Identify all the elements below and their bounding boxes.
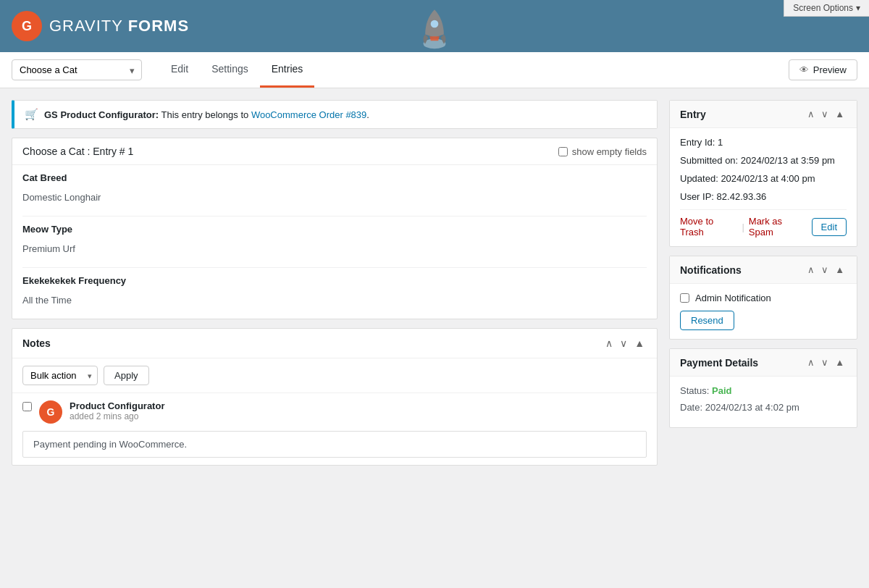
entry-sidebar-title: Entry bbox=[680, 109, 706, 120]
logo-forms: FORMS bbox=[128, 17, 189, 35]
entry-toggle-btn[interactable]: ▲ bbox=[833, 108, 847, 120]
notes-controls: ∧ ∨ ▲ bbox=[603, 336, 647, 350]
payment-title: Payment Details bbox=[680, 357, 758, 369]
main-content: 🛒 GS Product Configurator: This entry be… bbox=[0, 88, 869, 477]
logo-icon: G bbox=[12, 11, 42, 41]
show-empty-checkbox[interactable] bbox=[558, 147, 568, 156]
notice-bar: 🛒 GS Product Configurator: This entry be… bbox=[12, 100, 658, 129]
eye-icon: 👁 bbox=[799, 64, 809, 75]
notif-collapse-up-btn[interactable]: ∧ bbox=[805, 264, 817, 276]
form-selector-wrapper: Choose a Cat ▾ bbox=[12, 59, 142, 80]
bulk-action-select[interactable]: Bulk action bbox=[22, 366, 98, 385]
notifications-sidebar-panel: Notifications ∧ ∨ ▲ Admin Notification R… bbox=[669, 256, 857, 340]
entry-actions-row: Move to Trash | Mark as Spam Edit bbox=[680, 209, 847, 238]
rocket-decoration bbox=[413, 7, 456, 52]
logo-letter: G bbox=[22, 19, 32, 34]
notifications-title: Notifications bbox=[680, 264, 742, 276]
rocket-icon bbox=[413, 7, 456, 50]
notice-text: GS Product Configurator: This entry belo… bbox=[44, 109, 369, 120]
nav-entries[interactable]: Entries bbox=[260, 52, 315, 88]
cart-icon: 🛒 bbox=[25, 108, 38, 121]
notes-title: Notes bbox=[22, 337, 51, 349]
entry-id-row: Entry Id: 1 bbox=[680, 137, 847, 148]
bulk-action-row: Bulk action ▾ Apply bbox=[12, 358, 657, 392]
entry-sidebar-header: Entry ∧ ∨ ▲ bbox=[670, 101, 857, 128]
preview-button[interactable]: 👁 Preview bbox=[789, 59, 857, 80]
updated-row: Updated: 2024/02/13 at 4:00 pm bbox=[680, 173, 847, 184]
note-content: Product Configurator added 2 mins ago bbox=[70, 400, 647, 421]
left-column: 🛒 GS Product Configurator: This entry be… bbox=[12, 100, 658, 466]
field-meow-type: Meow Type Premium Urf bbox=[12, 217, 657, 267]
notes-collapse-up-btn[interactable]: ∧ bbox=[603, 336, 615, 350]
note-avatar: G bbox=[39, 400, 62, 424]
notif-toggle-btn[interactable]: ▲ bbox=[833, 264, 847, 276]
notif-collapse-down-btn[interactable]: ∨ bbox=[819, 264, 831, 276]
notes-panel: Notes ∧ ∨ ▲ Bulk action ▾ Apply bbox=[12, 328, 658, 466]
logo-text: GRAVITY FORMS bbox=[49, 17, 189, 35]
entry-sidebar-body: Entry Id: 1 Submitted on: 2024/02/13 at … bbox=[670, 128, 857, 246]
edit-entry-button[interactable]: Edit bbox=[812, 218, 847, 236]
resend-button[interactable]: Resend bbox=[680, 311, 734, 330]
admin-notification-checkbox[interactable] bbox=[680, 293, 689, 303]
field-value-meow-type: Premium Urf bbox=[22, 238, 647, 260]
payment-collapse-down-btn[interactable]: ∨ bbox=[819, 356, 831, 369]
logo-gravity: GRAVITY bbox=[49, 17, 123, 35]
note-checkbox[interactable] bbox=[22, 402, 32, 411]
header: G GRAVITY FORMS Screen Options ▾ bbox=[0, 0, 869, 52]
entry-form-title: Choose a Cat : Entry # 1 bbox=[22, 146, 133, 157]
nav-edit[interactable]: Edit bbox=[159, 52, 200, 88]
screen-options-button[interactable]: Screen Options ▾ bbox=[784, 0, 869, 17]
admin-notification-label: Admin Notification bbox=[695, 293, 771, 303]
field-value-frequency: All the Time bbox=[22, 289, 647, 311]
right-column: Entry ∧ ∨ ▲ Entry Id: 1 Submitted on: 20… bbox=[669, 100, 857, 466]
payment-body: Status: Paid Date: 2024/02/13 at 4:02 pm bbox=[670, 377, 857, 427]
entry-sidebar-panel: Entry ∧ ∨ ▲ Entry Id: 1 Submitted on: 20… bbox=[669, 100, 857, 247]
bulk-action-wrapper: Bulk action ▾ bbox=[22, 366, 98, 385]
svg-point-1 bbox=[430, 20, 439, 28]
field-frequency: Ekekekekek Frequency All the Time bbox=[12, 268, 657, 319]
apply-button[interactable]: Apply bbox=[104, 366, 149, 385]
field-cat-breed: Cat Breed Domestic Longhair bbox=[12, 165, 657, 216]
field-label-cat-breed: Cat Breed bbox=[22, 172, 647, 183]
note-avatar-icon: G bbox=[47, 406, 55, 418]
navbar: Choose a Cat ▾ Edit Settings Entries 👁 P… bbox=[0, 52, 869, 88]
show-empty-label: show empty fields bbox=[572, 146, 647, 157]
entry-collapse-up-btn[interactable]: ∧ bbox=[805, 108, 817, 120]
chevron-down-icon: ▾ bbox=[856, 3, 860, 13]
submitted-row: Submitted on: 2024/02/13 at 3:59 pm bbox=[680, 155, 847, 166]
notifications-header: Notifications ∧ ∨ ▲ bbox=[670, 256, 857, 284]
field-label-frequency: Ekekekekek Frequency bbox=[22, 275, 647, 286]
note-item: G Product Configurator added 2 mins ago bbox=[12, 392, 657, 431]
move-to-trash-link[interactable]: Move to Trash bbox=[680, 216, 737, 238]
notes-collapse-down-btn[interactable]: ∨ bbox=[618, 336, 629, 350]
entry-collapse-down-btn[interactable]: ∨ bbox=[819, 108, 831, 120]
field-value-cat-breed: Domestic Longhair bbox=[22, 186, 647, 209]
entry-sidebar-controls: ∧ ∨ ▲ bbox=[805, 108, 847, 120]
entry-form-panel: Choose a Cat : Entry # 1 show empty fiel… bbox=[12, 138, 658, 319]
field-label-meow-type: Meow Type bbox=[22, 224, 647, 235]
notes-toggle-btn[interactable]: ▲ bbox=[632, 336, 647, 350]
note-time: added 2 mins ago bbox=[70, 411, 647, 421]
payment-sidebar-panel: Payment Details ∧ ∨ ▲ Status: Paid Date:… bbox=[669, 348, 857, 428]
payment-collapse-up-btn[interactable]: ∧ bbox=[805, 356, 817, 369]
woocommerce-order-link[interactable]: WooCommerce Order #839 bbox=[251, 109, 366, 120]
notes-header: Notes ∧ ∨ ▲ bbox=[12, 329, 657, 358]
form-select[interactable]: Choose a Cat bbox=[12, 59, 142, 80]
note-author: Product Configurator bbox=[70, 400, 647, 411]
payment-status-value: Paid bbox=[712, 385, 731, 396]
mark-as-spam-link[interactable]: Mark as Spam bbox=[749, 216, 807, 238]
payment-date-value: 2024/02/13 at 4:02 pm bbox=[705, 402, 799, 413]
payment-controls: ∧ ∨ ▲ bbox=[805, 356, 847, 369]
payment-date-row: Date: 2024/02/13 at 4:02 pm bbox=[680, 402, 847, 413]
notifications-controls: ∧ ∨ ▲ bbox=[805, 264, 847, 276]
logo: G GRAVITY FORMS bbox=[12, 11, 189, 41]
show-empty-wrapper: show empty fields bbox=[558, 146, 647, 157]
notifications-body: Admin Notification Resend bbox=[670, 284, 857, 339]
user-ip-row: User IP: 82.42.93.36 bbox=[680, 191, 847, 202]
nav-settings[interactable]: Settings bbox=[200, 52, 260, 88]
payment-status-row: Status: Paid bbox=[680, 385, 847, 396]
note-text: Payment pending in WooCommerce. bbox=[22, 431, 647, 458]
separator: | bbox=[742, 222, 744, 232]
screen-options-label: Screen Options bbox=[793, 3, 853, 13]
payment-toggle-btn[interactable]: ▲ bbox=[833, 356, 847, 369]
